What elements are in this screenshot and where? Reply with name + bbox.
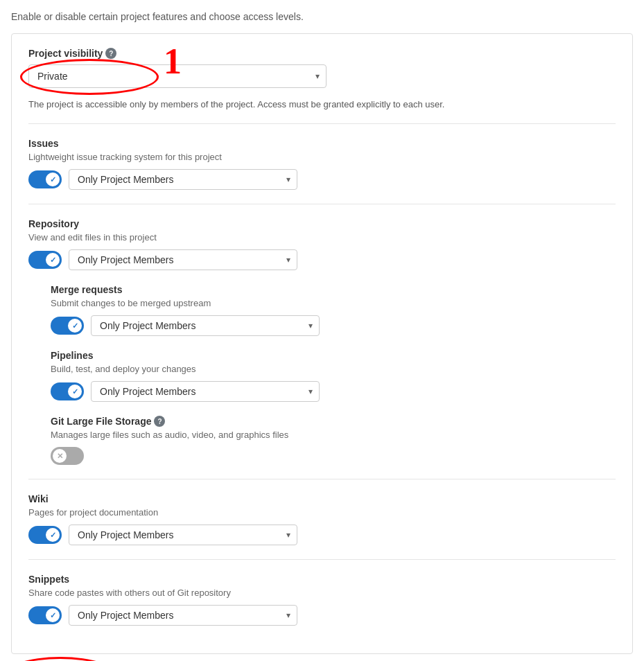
repository-toggle[interactable]: ✓ [28, 251, 62, 269]
wiki-toggle-check: ✓ [50, 531, 56, 540]
repository-toggle-check: ✓ [50, 256, 56, 265]
snippets-desc: Share code pastes with others out of Git… [28, 588, 616, 598]
merge-requests-toggle[interactable]: ✓ [51, 317, 84, 335]
snippets-control: ✓ Only Project Members Everyone With Acc… [28, 605, 616, 626]
features-card: Project visibility ? Private Internal Pu… [11, 33, 633, 654]
git-lfs-desc: Manages large files such as audio, video… [51, 430, 616, 440]
repository-section: Repository View and edit files in this p… [28, 218, 616, 270]
git-lfs-toggle[interactable]: ✕ [51, 447, 84, 465]
snippets-access-select[interactable]: Only Project Members Everyone With Acces… [69, 605, 297, 626]
repository-control: ✓ Only Project Members Everyone With Acc… [28, 249, 616, 270]
pipelines-access-wrapper: Only Project Members Everyone With Acces… [91, 381, 320, 402]
snippets-title: Snippets [28, 574, 616, 585]
wiki-toggle[interactable]: ✓ [28, 526, 62, 544]
annotation-circle-2 [1, 657, 119, 661]
visibility-select[interactable]: Private Internal Public [28, 64, 327, 88]
git-lfs-toggle-x: ✕ [57, 452, 63, 461]
repository-access-select[interactable]: Only Project Members Everyone With Acces… [69, 249, 297, 270]
merge-requests-control: ✓ Only Project Members Everyone With Acc… [51, 315, 616, 336]
issues-desc: Lightweight issue tracking system for th… [28, 152, 616, 162]
page-description: Enable or disable certain project featur… [11, 11, 633, 22]
merge-requests-access-select[interactable]: Only Project Members Everyone With Acces… [91, 315, 320, 336]
wiki-section: Wiki Pages for project documentation ✓ O… [28, 493, 616, 545]
issues-toggle-check: ✓ [50, 175, 56, 184]
snippets-section: Snippets Share code pastes with others o… [28, 574, 616, 626]
repository-title: Repository [28, 218, 616, 229]
repository-desc: View and edit files in this project [28, 232, 616, 243]
git-lfs-section: Git Large File Storage ? Manages large f… [51, 416, 616, 465]
merge-requests-title: Merge requests [51, 284, 616, 295]
divider-1 [28, 123, 616, 124]
wiki-access-select[interactable]: Only Project Members Everyone With Acces… [69, 525, 297, 545]
divider-4 [28, 559, 616, 560]
repository-access-wrapper: Only Project Members Everyone With Acces… [69, 249, 297, 270]
snippets-access-wrapper: Only Project Members Everyone With Acces… [69, 605, 297, 626]
visibility-select-wrapper: Private Internal Public ▾ [28, 64, 327, 88]
git-lfs-help-icon[interactable]: ? [154, 416, 165, 427]
wiki-title: Wiki [28, 493, 616, 504]
pipelines-section: Pipelines Build, test, and deploy your c… [51, 350, 616, 402]
visibility-input-wrapper: Private Internal Public ▾ 1 [28, 64, 327, 88]
pipelines-access-select[interactable]: Only Project Members Everyone With Acces… [91, 381, 320, 402]
pipelines-title: Pipelines [51, 350, 616, 361]
git-lfs-title-text: Git Large File Storage [51, 416, 151, 427]
pipelines-toggle-check: ✓ [72, 387, 78, 396]
divider-3 [28, 479, 616, 479]
pipelines-toggle[interactable]: ✓ [51, 382, 84, 400]
pipelines-control: ✓ Only Project Members Everyone With Acc… [51, 381, 616, 402]
visibility-description: The project is accessible only by member… [28, 99, 616, 109]
wiki-control: ✓ Only Project Members Everyone With Acc… [28, 525, 616, 545]
issues-access-wrapper: Only Project Members Everyone With Acces… [69, 169, 297, 190]
merge-requests-desc: Submit changes to be merged upstream [51, 298, 616, 308]
visibility-help-icon[interactable]: ? [105, 48, 116, 59]
wiki-desc: Pages for project documentation [28, 507, 616, 518]
issues-toggle[interactable]: ✓ [28, 170, 62, 188]
visibility-label-text: Project visibility [28, 48, 103, 59]
issues-access-select[interactable]: Only Project Members Everyone With Acces… [69, 169, 297, 190]
issues-control: ✓ Only Project Members Everyone With Acc… [28, 169, 616, 190]
issues-section: Issues Lightweight issue tracking system… [28, 138, 616, 190]
git-lfs-control: ✕ [51, 447, 616, 465]
visibility-section: Project visibility ? Private Internal Pu… [28, 48, 616, 109]
wiki-access-wrapper: Only Project Members Everyone With Acces… [69, 525, 297, 545]
snippets-toggle-check: ✓ [50, 611, 56, 620]
pipelines-desc: Build, test, and deploy your changes [51, 364, 616, 374]
merge-requests-toggle-check: ✓ [72, 321, 78, 330]
merge-requests-access-wrapper: Only Project Members Everyone With Acces… [91, 315, 320, 336]
git-lfs-title: Git Large File Storage ? [51, 416, 616, 427]
divider-2 [28, 204, 616, 204]
snippets-toggle[interactable]: ✓ [28, 606, 62, 624]
visibility-label: Project visibility ? [28, 48, 616, 59]
issues-title: Issues [28, 138, 616, 149]
merge-requests-section: Merge requests Submit changes to be merg… [51, 284, 616, 336]
